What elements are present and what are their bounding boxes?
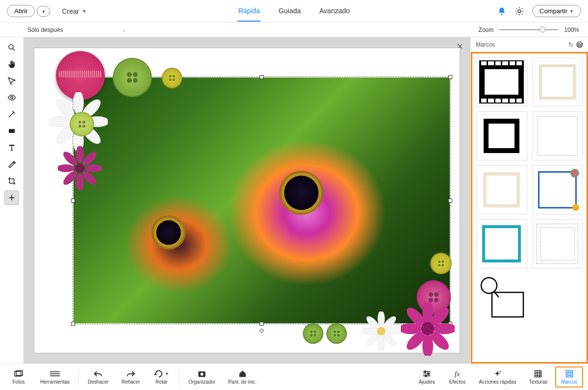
quick-actions-label: Acciones rápidas: [479, 379, 516, 385]
svg-rect-47: [50, 373, 60, 374]
sel-rotate-handle[interactable]: [260, 329, 264, 333]
svg-point-32: [377, 327, 386, 336]
svg-point-0: [518, 10, 521, 13]
organizer-button[interactable]: Organizador: [184, 367, 220, 387]
top-menubar: Abrir ▼ Crear▼ Rápida Guiada Avanzado Co…: [0, 0, 588, 23]
frames-button[interactable]: Marcos: [555, 366, 583, 388]
frame-postage-stamp[interactable]: [532, 219, 583, 268]
zoom-tool-icon[interactable]: [4, 40, 19, 55]
quick-select-tool-icon[interactable]: [4, 74, 19, 88]
svg-rect-3: [9, 129, 15, 133]
frames-icon: [565, 369, 573, 378]
frame-film-strip[interactable]: [476, 57, 527, 106]
hand-tool-icon[interactable]: [4, 57, 19, 72]
textures-label: Texturas: [529, 379, 547, 385]
svg-rect-56: [567, 372, 570, 375]
move-tool-icon[interactable]: [4, 190, 19, 205]
bottom-toolbar: Fotos Herramientas Deshacer Rehacer ▼Rot…: [0, 364, 588, 390]
organizer-icon: [197, 369, 206, 378]
crop-tool-icon[interactable]: [4, 174, 19, 188]
svg-point-23: [75, 164, 84, 173]
frame-paper-border[interactable]: [476, 165, 527, 214]
notification-bell-icon[interactable]: [496, 5, 508, 17]
frames-panel: Marcos ↻ ?: [470, 37, 588, 364]
frames-label: Marcos: [561, 379, 577, 385]
chevron-down-icon: ⌄: [122, 27, 126, 32]
straighten-tool-icon[interactable]: [4, 124, 19, 138]
quick-actions-button[interactable]: Acciones rápidas: [474, 367, 521, 387]
tools-label: Herramientas: [40, 379, 70, 385]
redo-label: Rehacer: [122, 379, 140, 385]
svg-point-41: [421, 322, 434, 335]
svg-point-18: [85, 164, 102, 172]
organizer-label: Organizador: [189, 379, 216, 385]
rotate-icon: ▼: [154, 369, 169, 378]
view-label: Sólo después: [27, 26, 63, 33]
tools-button[interactable]: Herramientas: [35, 367, 74, 387]
create-label: Crear: [62, 7, 79, 15]
canvas-area[interactable]: ✕: [24, 37, 470, 364]
chevron-down-icon: ▼: [41, 9, 46, 14]
home-button[interactable]: Pant. de inic.: [223, 367, 262, 387]
share-button[interactable]: Compartir ▼: [532, 5, 581, 17]
separator: [78, 369, 79, 386]
separator: [179, 369, 180, 386]
frame-colorful-corners[interactable]: [532, 165, 583, 214]
document-canvas[interactable]: [34, 48, 460, 353]
view-options-bar: Sólo después ⌄ Zoom 100%: [0, 23, 588, 37]
photo-content: [74, 78, 450, 323]
open-button[interactable]: Abrir: [7, 5, 35, 17]
deco-purple-daisy: [58, 146, 102, 190]
reset-icon[interactable]: ↻: [568, 41, 573, 48]
zoom-handle[interactable]: [539, 26, 545, 32]
tools-icon: [50, 369, 60, 378]
rotate-button[interactable]: ▼Rotar: [148, 367, 175, 387]
deco-green-button: [113, 58, 152, 97]
zoom-slider[interactable]: [499, 29, 558, 30]
svg-rect-43: [492, 292, 523, 317]
help-icon[interactable]: ?: [576, 41, 583, 48]
photos-bin-button[interactable]: Fotos: [5, 367, 32, 387]
brightness-icon[interactable]: [514, 5, 525, 17]
svg-point-53: [425, 375, 427, 377]
text-tool-icon[interactable]: [4, 140, 19, 155]
tab-expert[interactable]: Avanzado: [318, 1, 351, 22]
photos-icon: [14, 369, 24, 378]
share-label: Compartir: [539, 7, 567, 15]
tab-quick[interactable]: Rápida: [237, 1, 261, 22]
svg-point-26: [362, 328, 376, 335]
open-dropdown[interactable]: ▼: [37, 6, 50, 17]
svg-point-17: [58, 164, 74, 172]
chevron-down-icon: ▼: [82, 9, 86, 14]
eye-tool-icon[interactable]: [4, 90, 19, 105]
create-button[interactable]: Crear▼: [62, 7, 86, 15]
svg-point-16: [76, 174, 84, 190]
adjust-button[interactable]: Ajustes: [413, 367, 441, 387]
deco-yellow-button-1: [162, 68, 182, 88]
chevron-down-icon: ▼: [569, 9, 574, 14]
textures-button[interactable]: Texturas: [524, 367, 552, 387]
svg-rect-48: [50, 375, 60, 376]
panel-title: Marcos: [476, 41, 495, 48]
redo-button[interactable]: Rehacer: [117, 367, 145, 387]
whiten-tool-icon[interactable]: [4, 107, 19, 122]
frame-thin-border[interactable]: [532, 111, 583, 160]
zoom-control: Zoom 100%: [479, 26, 579, 33]
deco-lime-button: [70, 112, 94, 136]
undo-button[interactable]: Deshacer: [83, 367, 114, 387]
frames-grid: [471, 52, 588, 364]
svg-point-8: [49, 116, 72, 127]
flower-photo: [74, 78, 450, 323]
view-dropdown[interactable]: Sólo después ⌄: [24, 26, 129, 34]
frame-cream-border[interactable]: [532, 57, 583, 106]
zoom-value: 100%: [564, 26, 579, 33]
effects-button[interactable]: fxEfectos: [443, 367, 471, 387]
rotate-label: Rotar: [155, 379, 167, 385]
frame-black-border[interactable]: [476, 111, 527, 160]
adjust-icon: [422, 369, 432, 378]
svg-point-2: [10, 97, 13, 99]
tab-guided[interactable]: Guiada: [278, 1, 302, 22]
frame-teal-dots[interactable]: [476, 219, 527, 268]
spot-heal-tool-icon[interactable]: [4, 157, 19, 172]
frame-magnifier[interactable]: [476, 273, 527, 322]
